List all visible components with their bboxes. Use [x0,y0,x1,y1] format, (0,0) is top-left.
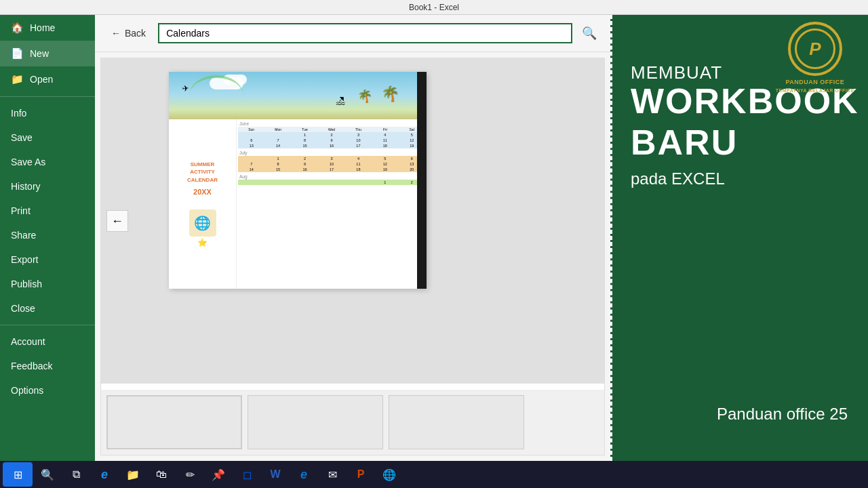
sidebar-divider-2 [0,325,95,325]
word-button[interactable]: W [262,462,289,487]
pada-excel-text: pada EXCEL [631,169,725,188]
mail-button[interactable]: ✉ [319,462,346,487]
search-button[interactable]: 🔍 [579,23,599,43]
logo-title: PANDUAN OFFICE TEMPATNYA BELAJAR OFFICE [776,79,854,94]
edge-button[interactable]: e [290,462,317,487]
sidebar-item-close[interactable]: Close [0,296,95,321]
sidebar-label-close: Close [11,303,35,314]
sidebar-label-feedback: Feedback [11,361,52,371]
sidebar-item-share[interactable]: Share [0,223,95,247]
word-icon: W [270,468,280,481]
explorer-button[interactable]: 📁 [119,462,146,487]
logo-letter: P [809,39,821,60]
calendar-preview: ← 🌴 🌴 ✈ [101,58,604,384]
sidebar-item-feedback[interactable]: Feedback [0,354,95,378]
sidebar-label-history: History [11,181,41,192]
sidebar-label-publish: Publish [11,279,42,289]
sidebar-label-new: New [30,48,49,59]
dropbox-icon: ◻ [243,468,252,481]
templates-area: ← 🌴 🌴 ✈ [100,58,605,455]
note-icon: 📌 [212,468,225,481]
back-button[interactable]: ← Back [106,25,151,41]
thumbnails-row [101,390,604,455]
store-button[interactable]: 🛍 [148,462,175,487]
sidebar-item-options[interactable]: Options [0,378,95,403]
summer-activity-text: SUMMERACTIVITYCALENDAR [187,161,218,184]
search-taskbar-icon: 🔍 [41,468,54,481]
calendar-title-col: SUMMERACTIVITYCALENDAR 20XX 🌐 ⭐ [169,119,237,289]
sidebar-item-export[interactable]: Export [0,247,95,272]
sidebar-item-print[interactable]: Print [0,199,95,223]
search-bar: ← Back 🔍 [95,15,610,52]
ie-icon: e [101,468,108,482]
sidebar-divider-1 [0,96,95,97]
logo-circle: P [788,22,842,76]
sidebar: 🏠 Home 📄 New 📁 Open Info Save Save As Hi… [0,15,95,461]
chrome-icon: 🌐 [382,468,396,481]
ie-button[interactable]: e [91,462,118,487]
title-bar: Book1 - Excel [0,0,868,15]
logo-area: P PANDUAN OFFICE TEMPATNYA BELAJAR OFFIC… [776,22,854,94]
dropbox-button[interactable]: ◻ [233,462,260,487]
ppt-button[interactable]: P [347,462,374,487]
taskbar: ⊞ 🔍 ⧉ e 📁 🛍 ✏ 📌 ◻ W e ✉ P 🌐 [0,461,868,488]
pen-icon: ✏ [186,468,195,481]
sidebar-label-options: Options [11,385,43,396]
sidebar-label-account: Account [11,336,45,347]
center-panel: ← Back 🔍 ← 🌴 [95,15,610,461]
sidebar-item-info[interactable]: Info [0,101,95,125]
sidebar-label-home: Home [30,22,55,33]
back-label: Back [125,28,146,39]
membuat-text: MEMBUAT [631,62,722,83]
sidebar-item-saveas[interactable]: Save As [0,150,95,174]
sidebar-item-home[interactable]: 🏠 Home [0,15,95,41]
prev-arrow[interactable]: ← [106,210,128,232]
windows-icon: ⊞ [14,468,22,481]
sidebar-item-history[interactable]: History [0,174,95,199]
search-taskbar-button[interactable]: 🔍 [34,462,61,487]
ppt-icon: P [357,468,365,481]
start-button[interactable]: ⊞ [3,462,33,487]
thumb-3[interactable] [389,395,524,449]
sidebar-label-info: Info [11,108,26,119]
note-button[interactable]: 📌 [205,462,232,487]
baru-text: BARU [631,122,738,163]
title-text: Book1 - Excel [409,3,459,12]
explorer-icon: 📁 [126,468,140,481]
calendar-header: 🌴 🌴 ✈ 🏖 [169,72,427,119]
open-icon: 📁 [11,73,23,85]
thumb-1[interactable] [106,395,242,449]
sidebar-label-saveas: Save As [11,157,45,167]
sidebar-label-export: Export [11,254,38,265]
sidebar-item-new[interactable]: 📄 New [0,41,95,66]
sidebar-label-print: Print [11,205,31,216]
sidebar-item-open[interactable]: 📁 Open [0,66,95,92]
calendar-grid: June Sun Mon Tue Wed Thu Fri Sat [237,119,427,289]
sidebar-item-save[interactable]: Save [0,125,95,150]
mail-icon: ✉ [328,468,337,481]
thumb-2[interactable] [248,395,383,449]
back-arrow-icon: ← [111,28,121,39]
new-icon: 📄 [11,47,23,60]
edge-icon: e [300,468,307,482]
pen-button[interactable]: ✏ [176,462,203,487]
taskview-icon: ⧉ [73,468,80,481]
sidebar-label-open: Open [30,74,53,85]
sidebar-label-save: Save [11,132,33,143]
search-input[interactable] [158,23,572,43]
taskview-button[interactable]: ⧉ [62,462,90,487]
logo-inner: P [795,28,835,69]
store-icon: 🛍 [156,468,167,481]
right-panel: P PANDUAN OFFICE TEMPATNYA BELAJAR OFFIC… [610,15,868,461]
sidebar-label-share: Share [11,230,36,241]
year-text: 20XX [193,188,212,196]
home-icon: 🏠 [11,22,23,34]
footer-text: Panduan office 25 [717,405,848,424]
sidebar-item-account[interactable]: Account [0,329,95,354]
calendar-card: 🌴 🌴 ✈ 🏖 SUMMERACTIVITYCALENDAR [169,72,427,289]
dashed-separator [610,15,612,461]
chrome-button[interactable]: 🌐 [376,462,403,487]
sidebar-item-publish[interactable]: Publish [0,272,95,296]
